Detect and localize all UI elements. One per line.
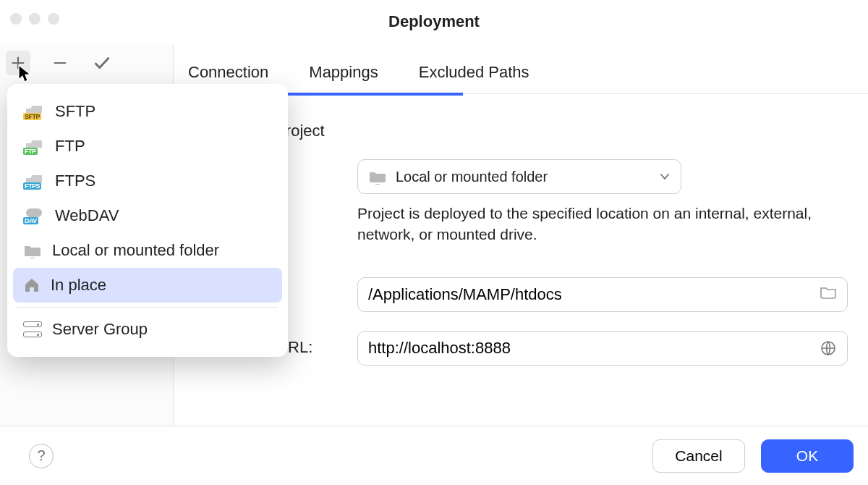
tab-connection[interactable]: Connection [188, 63, 268, 85]
add-server-type-menu: SFTP SFTP FTP FTP FTPS FTPS DAV WebDAV L… [7, 84, 288, 357]
menu-item-label: FTPS [55, 172, 95, 190]
zoom-window-icon[interactable] [48, 13, 59, 25]
webdav-icon: DAV [23, 207, 45, 224]
minimize-window-icon[interactable] [29, 13, 41, 25]
type-select[interactable]: Local or mounted folder [357, 159, 681, 194]
window-controls[interactable] [10, 13, 59, 25]
url-input-wrapper [357, 331, 848, 366]
home-icon [23, 277, 41, 294]
menu-item-label: SFTP [55, 102, 95, 121]
folder-network-icon [368, 169, 387, 184]
help-button[interactable]: ? [29, 444, 54, 468]
tab-excluded-paths[interactable]: Excluded Paths [419, 63, 529, 85]
menu-item-label: In place [51, 276, 106, 295]
window-title: Deployment [0, 12, 868, 31]
type-select-value: Local or mounted folder [396, 169, 548, 185]
menu-item-server-group[interactable]: Server Group [13, 312, 282, 347]
server-group-icon [23, 321, 42, 337]
browse-folder-icon[interactable] [820, 285, 837, 303]
ok-button[interactable]: OK [761, 439, 854, 473]
menu-item-in-place[interactable]: In place [13, 268, 282, 303]
menu-item-webdav[interactable]: DAV WebDAV [13, 198, 282, 233]
menu-item-label: FTP [55, 137, 85, 156]
menu-item-label: Local or mounted folder [52, 241, 219, 260]
menu-item-label: Server Group [52, 320, 148, 339]
menu-item-label: WebDAV [55, 206, 119, 225]
ftp-icon: FTP [23, 138, 45, 155]
close-window-icon[interactable] [10, 13, 22, 25]
set-default-button[interactable] [90, 51, 114, 75]
menu-separator [17, 307, 278, 308]
type-hint: Project is deployed to the specified loc… [357, 203, 841, 245]
menu-item-ftps[interactable]: FTPS FTPS [13, 164, 282, 198]
cancel-button[interactable]: Cancel [652, 439, 745, 473]
menu-item-ftp[interactable]: FTP FTP [13, 129, 282, 164]
remove-server-button[interactable] [48, 51, 72, 75]
sftp-icon: SFTP [23, 103, 45, 120]
folder-input[interactable] [368, 285, 811, 304]
folder-input-wrapper [357, 277, 848, 312]
chevron-down-icon [659, 171, 671, 182]
menu-item-sftp[interactable]: SFTP SFTP [13, 94, 282, 129]
menu-item-local[interactable]: Local or mounted folder [13, 233, 282, 268]
add-server-button[interactable] [6, 51, 30, 75]
open-url-icon[interactable] [820, 340, 837, 357]
tab-mappings[interactable]: Mappings [309, 63, 378, 85]
ftps-icon: FTPS [23, 172, 45, 190]
folder-network-icon [23, 243, 42, 258]
url-input[interactable] [368, 339, 811, 358]
